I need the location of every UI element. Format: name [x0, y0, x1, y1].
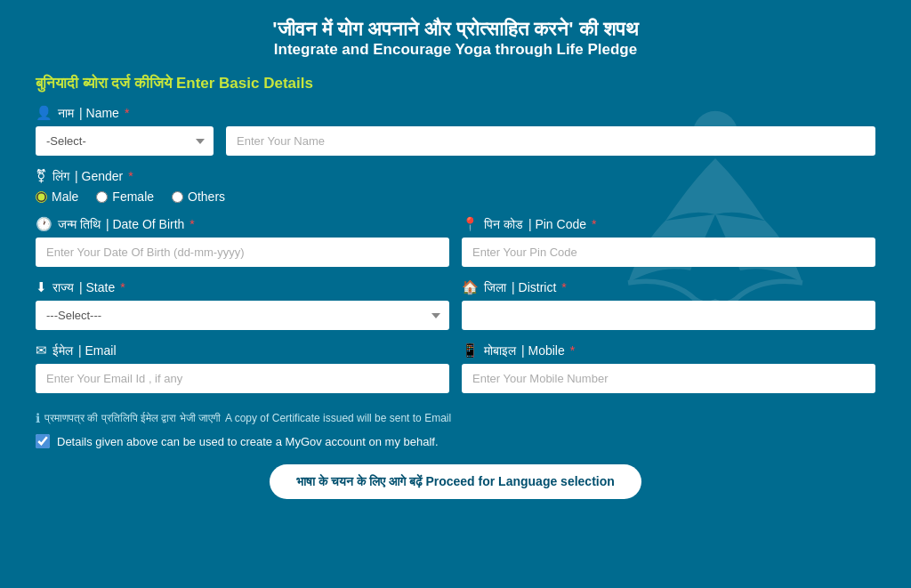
mobile-label-separator: | Mobile	[521, 343, 565, 358]
state-label-separator: | State	[79, 280, 115, 294]
gender-options: Male Female Others	[36, 189, 875, 204]
email-note-hindi: प्रमाणपत्र की प्रतिलिपि ईमेल द्वारा भेजी…	[44, 412, 221, 424]
name-label: 👤 नाम | Name *	[36, 105, 875, 121]
name-label-separator: | Name	[79, 106, 119, 120]
pincode-col: 📍 पिन कोड | Pin Code *	[462, 216, 875, 279]
state-district-row: ⬇ राज्य | State * ---Select--- 🏠 जिला |	[36, 279, 875, 342]
gender-required: *	[128, 169, 133, 183]
email-note-english: A copy of Certificate issued will be sen…	[225, 412, 451, 424]
section-title-hindi: बुनियादी ब्योरा दर्ज कीजिये	[36, 75, 172, 92]
name-input[interactable]	[226, 126, 875, 156]
proceed-label-hindi: भाषा के चयन के लिए आगे बढ़ें	[296, 474, 422, 488]
pincode-label: 📍 पिन कोड | Pin Code *	[462, 216, 875, 232]
mobile-label-hindi: मोबाइल	[484, 343, 516, 358]
district-required: *	[561, 280, 566, 294]
gender-female-label[interactable]: Female	[96, 189, 154, 204]
mygov-checkbox[interactable]	[36, 434, 50, 448]
email-icon: ✉	[36, 342, 47, 358]
gender-others-radio[interactable]	[172, 191, 183, 203]
name-field-group: 👤 नाम | Name * -Select- Mr. Mrs. Ms. Dr.	[36, 105, 875, 156]
info-icon: ℹ	[36, 411, 40, 425]
section-title-english: Enter Basic Details	[176, 75, 313, 92]
pincode-input[interactable]	[462, 238, 875, 267]
mobile-required: *	[570, 343, 575, 358]
dob-required: *	[189, 217, 194, 231]
mobile-label: 📱 मोबाइल | Mobile *	[462, 342, 875, 358]
email-col: ✉ ईमेल | Email	[36, 342, 449, 406]
pincode-label-separator: | Pin Code	[528, 217, 586, 231]
dob-input[interactable]	[36, 238, 449, 267]
district-label-hindi: जिला	[484, 280, 506, 295]
pincode-label-hindi: पिन कोड	[484, 217, 523, 232]
district-icon: 🏠	[462, 279, 479, 295]
state-label: ⬇ राज्य | State *	[36, 279, 449, 295]
gender-label-hindi: लिंग	[52, 169, 69, 184]
gender-male-label[interactable]: Male	[36, 189, 78, 204]
pincode-required: *	[592, 217, 596, 231]
state-required: *	[120, 280, 125, 294]
gender-male-radio[interactable]	[36, 191, 47, 203]
gender-others-label[interactable]: Others	[172, 189, 225, 204]
mobile-field-group: 📱 मोबाइल | Mobile *	[462, 342, 875, 393]
mygov-checkbox-row[interactable]: Details given above can be used to creat…	[36, 434, 875, 448]
district-col: 🏠 जिला | District *	[462, 279, 875, 342]
state-field-group: ⬇ राज्य | State * ---Select---	[36, 279, 449, 330]
state-icon: ⬇	[36, 279, 47, 295]
email-label-hindi: ईमेल	[52, 343, 73, 358]
state-label-hindi: राज्य	[52, 280, 74, 295]
mygov-checkbox-label: Details given above can be used to creat…	[57, 435, 439, 448]
name-required: *	[125, 106, 129, 120]
pin-icon: 📍	[462, 216, 479, 232]
person-icon: 👤	[36, 105, 52, 121]
gender-male-text: Male	[52, 189, 78, 204]
title-english: Integrate and Encourage Yoga through Lif…	[36, 41, 875, 59]
dob-pincode-row: 🕐 जन्म तिथि | Date Of Birth * 📍 पिन कोड …	[36, 216, 875, 279]
page-header: 'जीवन में योग अपनाने और प्रोत्साहित करने…	[36, 18, 875, 59]
email-info-note: ℹ प्रमाणपत्र की प्रतिलिपि ईमेल द्वारा भे…	[36, 411, 875, 425]
gender-label: ⚧ लिंग | Gender *	[36, 168, 875, 184]
district-label: 🏠 जिला | District *	[462, 279, 875, 295]
gender-label-separator: | Gender	[75, 169, 123, 183]
gender-field-group: ⚧ लिंग | Gender * Male Female Others	[36, 168, 875, 204]
gender-others-text: Others	[188, 189, 225, 204]
form-content: 'जीवन में योग अपनाने और प्रोत्साहित करने…	[36, 18, 875, 499]
mobile-icon: 📱	[462, 342, 479, 358]
dob-label: 🕐 जन्म तिथि | Date Of Birth *	[36, 216, 449, 232]
dob-label-hindi: जन्म तिथि	[58, 217, 101, 232]
district-input[interactable]	[462, 301, 875, 330]
name-input-row: -Select- Mr. Mrs. Ms. Dr.	[36, 126, 875, 156]
email-mobile-row: ✉ ईमेल | Email 📱 मोबाइल | Mobile *	[36, 342, 875, 406]
pincode-field-group: 📍 पिन कोड | Pin Code *	[462, 216, 875, 267]
email-label-separator: | Email	[78, 343, 117, 358]
state-select[interactable]: ---Select---	[36, 301, 449, 330]
dob-field-group: 🕐 जन्म तिथि | Date Of Birth *	[36, 216, 449, 267]
section-title: बुनियादी ब्योरा दर्ज कीजिये Enter Basic …	[36, 75, 875, 93]
mobile-col: 📱 मोबाइल | Mobile *	[462, 342, 875, 406]
dob-col: 🕐 जन्म तिथि | Date Of Birth *	[36, 216, 449, 279]
email-input[interactable]	[36, 364, 449, 393]
name-title-col: -Select- Mr. Mrs. Ms. Dr.	[36, 126, 214, 156]
state-col: ⬇ राज्य | State * ---Select---	[36, 279, 449, 342]
email-label: ✉ ईमेल | Email	[36, 342, 449, 358]
proceed-button[interactable]: भाषा के चयन के लिए आगे बढ़ें Proceed for…	[270, 464, 641, 499]
proceed-label-english: Proceed for Language selection	[425, 474, 614, 488]
calendar-icon: 🕐	[36, 216, 52, 232]
email-field-group: ✉ ईमेल | Email	[36, 342, 449, 393]
gender-female-text: Female	[112, 189, 154, 204]
name-label-hindi: नाम	[58, 106, 74, 121]
mobile-input[interactable]	[462, 364, 875, 393]
title-hindi: 'जीवन में योग अपनाने और प्रोत्साहित करने…	[36, 18, 875, 41]
gender-icon: ⚧	[36, 168, 47, 184]
gender-female-radio[interactable]	[96, 191, 108, 203]
name-title-select[interactable]: -Select- Mr. Mrs. Ms. Dr.	[36, 126, 214, 156]
dob-label-separator: | Date Of Birth	[106, 217, 184, 231]
name-text-col	[226, 126, 875, 156]
district-label-separator: | District	[512, 280, 556, 294]
district-field-group: 🏠 जिला | District *	[462, 279, 875, 330]
main-container: 'जीवन में योग अपनाने और प्रोत्साहित करने…	[0, 0, 911, 588]
